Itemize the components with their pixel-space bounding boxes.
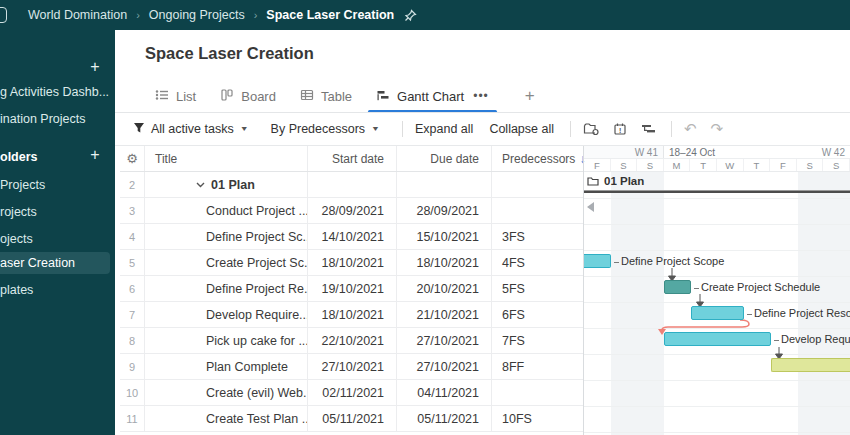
column-header-predecessors[interactable]: Predecessors↓ bbox=[492, 146, 585, 171]
due-date[interactable]: 27/10/2021 bbox=[397, 328, 492, 353]
gantt-bar-create-project-schedule[interactable] bbox=[664, 280, 691, 294]
table-row[interactable]: 10 Create (evil) Web... 02/11/2021 04/11… bbox=[120, 380, 583, 406]
table-row[interactable]: 11 Create Test Plan ... 05/11/2021 05/11… bbox=[120, 406, 583, 432]
due-date[interactable]: 18/10/2021 bbox=[397, 250, 492, 275]
task-title-group[interactable]: 01 Plan bbox=[145, 172, 308, 197]
list-icon bbox=[155, 88, 169, 105]
day-cell: T bbox=[744, 159, 771, 171]
task-title[interactable]: Plan Complete bbox=[145, 354, 308, 379]
sidebar: + g Activities Dashb... ination Projects… bbox=[0, 30, 115, 435]
workspace-home-icon[interactable] bbox=[0, 7, 7, 23]
task-title[interactable]: Create (evil) Web... bbox=[145, 380, 308, 405]
sidebar-item-projects-2[interactable]: rojects bbox=[0, 201, 115, 223]
column-header-due-date[interactable]: Due date bbox=[397, 146, 492, 171]
start-date[interactable]: 19/10/2021 bbox=[308, 276, 397, 301]
gantt-bar-develop-requirements[interactable] bbox=[664, 332, 771, 346]
start-date[interactable]: 28/09/2021 bbox=[308, 198, 397, 223]
add-project-icon[interactable] bbox=[583, 122, 599, 136]
sidebar-item-space-laser-creation[interactable]: aser Creation bbox=[0, 252, 110, 274]
due-date[interactable]: 05/11/2021 bbox=[397, 406, 492, 431]
table-row[interactable]: 9 Plan Complete 27/10/2021 27/10/2021 8F… bbox=[120, 354, 583, 380]
due-date[interactable]: 27/10/2021 bbox=[397, 354, 492, 379]
start-date[interactable]: 18/10/2021 bbox=[308, 250, 397, 275]
task-title[interactable]: Create Project Sc... bbox=[145, 250, 308, 275]
start-date[interactable]: 05/11/2021 bbox=[308, 406, 397, 431]
breadcrumb-item-space-laser-creation[interactable]: Space Laser Creation bbox=[266, 8, 394, 22]
chevron-down-icon: ▼ bbox=[240, 125, 249, 133]
gantt-week-header: W 41 18–24 OctW 42 bbox=[584, 146, 850, 159]
add-view-button[interactable]: + bbox=[517, 86, 543, 106]
task-title[interactable]: Define Project Re... bbox=[145, 276, 308, 301]
task-title[interactable]: Create Test Plan ... bbox=[145, 406, 308, 431]
table-row[interactable]: 3 Conduct Project ... 28/09/2021 28/09/2… bbox=[120, 198, 583, 224]
gantt-chart-panel[interactable]: W 41 18–24 OctW 42 F S S M T W T F S S bbox=[583, 146, 850, 435]
predecessor[interactable]: 6FS bbox=[492, 302, 583, 327]
add-folder-button[interactable]: + bbox=[85, 145, 105, 165]
predecessor[interactable] bbox=[492, 198, 583, 223]
sidebar-item-projects-1[interactable]: Projects bbox=[0, 174, 115, 196]
due-date[interactable]: 15/10/2021 bbox=[397, 224, 492, 249]
sidebar-item-domination-projects[interactable]: ination Projects bbox=[0, 108, 115, 130]
tab-gantt-chart[interactable]: Gantt Chart ••• bbox=[364, 80, 501, 112]
predecessor[interactable]: 7FS bbox=[492, 328, 583, 353]
table-row[interactable]: 8 Pick up cake for ... 22/10/2021 27/10/… bbox=[120, 328, 583, 354]
breadcrumb-item-ongoing-projects[interactable]: Ongoing Projects bbox=[149, 8, 245, 22]
day-cell: S bbox=[823, 159, 850, 171]
pin-icon[interactable] bbox=[404, 9, 417, 22]
tab-gantt-chart-label: Gantt Chart bbox=[397, 89, 464, 104]
tab-table[interactable]: Table bbox=[288, 80, 364, 112]
predecessor[interactable]: 3FS bbox=[492, 224, 583, 249]
predecessor[interactable]: 5FS bbox=[492, 276, 583, 301]
table-settings-gear-icon[interactable]: ⚙ bbox=[120, 146, 145, 171]
undo-icon[interactable]: ↶ bbox=[684, 120, 697, 138]
chevron-down-icon[interactable] bbox=[196, 180, 205, 189]
table-row[interactable]: 6 Define Project Re... 19/10/2021 20/10/… bbox=[120, 276, 583, 302]
add-item-button[interactable]: + bbox=[85, 57, 105, 77]
start-date[interactable]: 18/10/2021 bbox=[308, 302, 397, 327]
breadcrumb-item-world-domination[interactable]: World Domination bbox=[28, 8, 127, 22]
table-row[interactable]: 5 Create Project Sc... 18/10/2021 18/10/… bbox=[120, 250, 583, 276]
milestone-icon[interactable]: ! bbox=[613, 122, 627, 136]
gantt-bar-pick-up-cake[interactable] bbox=[771, 358, 850, 372]
start-date[interactable]: 22/10/2021 bbox=[308, 328, 397, 353]
tab-list[interactable]: List bbox=[143, 80, 208, 112]
table-row[interactable]: 4 Define Project Sc... 14/10/2021 15/10/… bbox=[120, 224, 583, 250]
filter-dropdown[interactable]: All active tasks ▼ bbox=[133, 122, 249, 137]
task-title[interactable]: Pick up cake for ... bbox=[145, 328, 308, 353]
gantt-bar-define-project-resources[interactable] bbox=[691, 306, 744, 320]
predecessor[interactable]: 8FF bbox=[492, 354, 583, 379]
due-date[interactable] bbox=[397, 172, 492, 197]
gantt-bar-define-project-scope[interactable] bbox=[584, 254, 611, 268]
sidebar-item-templates[interactable]: plates bbox=[0, 279, 115, 301]
task-title[interactable]: Develop Require... bbox=[145, 302, 308, 327]
redo-icon[interactable]: ↷ bbox=[711, 120, 724, 138]
predecessor[interactable] bbox=[492, 172, 583, 197]
sidebar-item-projects-3[interactable]: ojects bbox=[0, 228, 115, 250]
start-date[interactable]: 02/11/2021 bbox=[308, 380, 397, 405]
predecessor[interactable]: 10FS bbox=[492, 406, 583, 431]
table-row[interactable]: 7 Develop Require... 18/10/2021 21/10/20… bbox=[120, 302, 583, 328]
tab-board[interactable]: Board bbox=[208, 80, 288, 112]
sidebar-item-activities-dashboard[interactable]: g Activities Dashb... bbox=[0, 81, 115, 103]
due-date[interactable]: 20/10/2021 bbox=[397, 276, 492, 301]
predecessor[interactable]: 4FS bbox=[492, 250, 583, 275]
start-date[interactable]: 27/10/2021 bbox=[308, 354, 397, 379]
column-header-start-date[interactable]: Start date bbox=[308, 146, 397, 171]
due-date[interactable]: 21/10/2021 bbox=[397, 302, 492, 327]
predecessor[interactable] bbox=[492, 380, 583, 405]
gantt-body[interactable]: 01 Plan De bbox=[584, 172, 850, 435]
start-date[interactable]: 14/10/2021 bbox=[308, 224, 397, 249]
expand-all-button[interactable]: Expand all bbox=[415, 122, 473, 136]
subtask-icon[interactable] bbox=[641, 122, 657, 136]
offscreen-task-left-indicator[interactable] bbox=[587, 202, 594, 212]
group-by-dropdown[interactable]: By Predecessors ▼ bbox=[271, 122, 380, 136]
table-row[interactable]: 2 01 Plan bbox=[120, 172, 583, 198]
due-date[interactable]: 04/11/2021 bbox=[397, 380, 492, 405]
task-title[interactable]: Conduct Project ... bbox=[145, 198, 308, 223]
collapse-all-button[interactable]: Collapse all bbox=[489, 122, 554, 136]
due-date[interactable]: 28/09/2021 bbox=[397, 198, 492, 223]
task-title[interactable]: Define Project Sc... bbox=[145, 224, 308, 249]
start-date[interactable] bbox=[308, 172, 397, 197]
column-header-title[interactable]: Title bbox=[145, 146, 308, 171]
tab-more-icon[interactable]: ••• bbox=[473, 89, 489, 103]
